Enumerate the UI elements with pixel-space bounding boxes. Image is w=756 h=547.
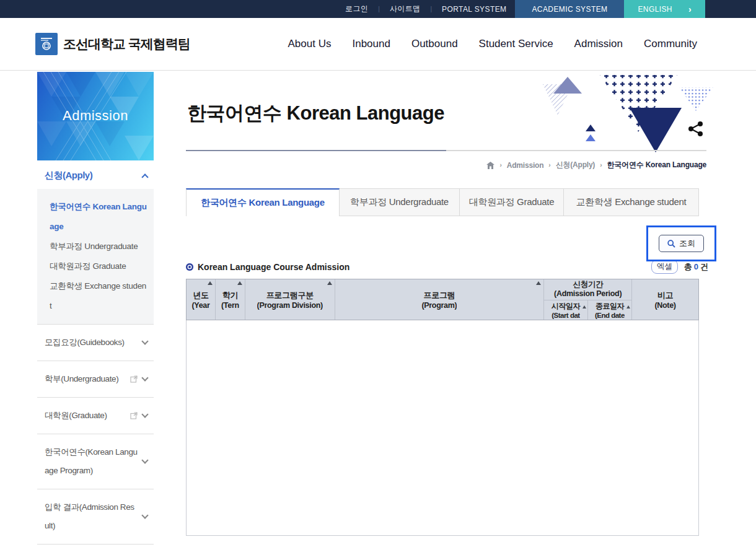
language-select-button[interactable]: ENGLISH › [624,0,705,18]
chevron-down-icon [141,374,148,381]
column-admission-period: 신청기간 (Admission Period) 시작일자 (Start dat … [544,279,632,320]
excel-export-button[interactable]: 엑셀 [651,260,678,274]
tab-korean-language[interactable]: 한국어연수 Korean Language [186,188,340,216]
column-label: 학기 [222,290,238,301]
breadcrumb-apply[interactable]: 신청(Apply) [556,160,596,170]
logo[interactable]: 조선대학교 국제협력팀 [35,33,190,55]
login-link[interactable]: 로그인 [345,4,368,14]
column-label: (End date [595,312,625,319]
university-emblem-icon [35,33,58,55]
sidebar-item-guidebooks[interactable]: 모집요강(Guidebooks) [37,324,154,361]
separator: | [378,6,380,12]
tab-exchange-student[interactable]: 교환학생 Exchange student [564,188,699,216]
title-divider [186,150,706,151]
sort-ascending-icon[interactable] [327,281,332,285]
submenu-graduate[interactable]: 대학원과정 Graduate [50,256,147,276]
sort-ascending-icon[interactable] [208,281,213,285]
submenu-exchange-student[interactable]: 교환학생 Exchange student [50,276,147,316]
chevron-down-icon [141,457,148,463]
column-label: (Program Division) [257,301,323,310]
search-highlight-box: 조회 [646,225,716,261]
tab-undergraduate[interactable]: 학부과정 Undergraduate [340,188,460,216]
sidebar-item-gks[interactable]: 정부초청장학생(GKS) [37,544,154,547]
column-label: 프로그램구분 [266,290,314,301]
submenu-undergraduate[interactable]: 학부과정 Undergraduate [50,237,147,256]
column-program-division: 프로그램구분 (Program Division) [245,279,335,320]
total-count: 총0건 [684,261,708,273]
sidebar-item-label: 모집요강(Guidebooks) [45,333,125,352]
sidebar-item-graduate[interactable]: 대학원(Graduate) [37,397,154,434]
page-body: Admission 신청(Apply) 한국어연수 Korean Languag… [0,71,756,546]
chevron-down-icon [141,411,148,418]
column-end-date: 종료일자 (End date [588,300,632,320]
table-body-empty [186,320,699,536]
nav-admission[interactable]: Admission [574,38,623,50]
apply-submenu: 한국어연수 Korean Language 학부과정 Undergraduate… [37,189,154,324]
sort-ascending-icon[interactable] [582,305,586,309]
admission-period-group-header: 신청기간 (Admission Period) [544,279,631,300]
sidebar-item-admission-result[interactable]: 입학 결과(Admission Result) [37,489,154,544]
sidebar-item-undergraduate[interactable]: 학부(Undergraduate) [37,361,154,397]
sidebar-item-label: 학부(Undergraduate) [45,370,118,388]
breadcrumb-admission[interactable]: Admission [507,161,544,170]
sidebar-item-label: 대학원(Graduate) [45,406,107,425]
chevron-up-icon [141,173,148,180]
nav-about-us[interactable]: About Us [288,38,332,50]
tab-bar: 한국어연수 Korean Language 학부과정 Undergraduate… [186,188,699,216]
sort-ascending-icon[interactable] [536,281,541,285]
column-start-date: 시작일자 (Start dat [544,300,588,320]
column-label: 비고 [657,290,673,301]
sidebar-item-label: 한국어연수(Korean Language Program) [45,443,138,480]
sidebar-section-apply[interactable]: 신청(Apply) [37,160,154,189]
nav-inbound[interactable]: Inbound [352,38,390,50]
logo-text: 조선대학교 국제협력팀 [63,35,190,53]
home-icon[interactable] [486,162,494,169]
portal-system-link[interactable]: PORTAL SYSTEM [442,5,506,14]
tab-graduate[interactable]: 대학원과정 Graduate [460,188,564,216]
separator: | [430,6,432,12]
topbar-spacer [705,0,756,18]
column-label: 시작일자 [552,301,580,312]
column-label: (Program) [421,301,457,310]
nav-outbound[interactable]: Outbound [411,38,458,50]
total-count-value: 0 [692,262,700,271]
section-title: Korean Language Course Admission [186,262,349,272]
academic-system-button[interactable]: ACADEMIC SYSTEM [515,0,624,18]
column-program: 프로그램 (Program) [335,279,545,320]
share-icon[interactable] [688,121,703,136]
chevron-down-icon [141,338,148,344]
column-label: (Start dat [552,312,579,319]
column-label: 신청기간 [573,280,603,289]
nav-student-service[interactable]: Student Service [479,38,553,50]
column-term: 학기 (Tern [216,279,245,320]
column-label: (Tern [221,301,239,310]
submenu-korean-language[interactable]: 한국어연수 Korean Language [50,197,147,237]
column-year: 년도 (Year [187,279,216,320]
breadcrumb: › Admission › 신청(Apply) › 한국어연수 Korean L… [186,151,706,170]
column-label: (Note) [654,301,675,310]
sidebar-item-korean-language-program[interactable]: 한국어연수(Korean Language Program) [37,434,154,489]
sidebar-banner-title: Admission [37,108,154,124]
nav-community[interactable]: Community [644,38,697,50]
toolbar: 조회 [186,216,716,257]
sitemap-link[interactable]: 사이트맵 [390,4,421,14]
breadcrumb-separator: › [548,162,550,168]
english-label: ENGLISH [638,5,672,14]
decorative-triangles [538,72,724,154]
sort-ascending-icon[interactable] [237,281,242,285]
admission-table: 년도 (Year 학기 (Tern 프로그램구분 (Program Divisi… [186,279,699,536]
column-label: (Admission Period) [554,289,622,299]
search-button-label: 조회 [679,238,695,249]
section-row: Korean Language Course Admission 엑셀 총0건 [186,260,708,274]
chevron-right-icon: › [688,4,692,14]
apply-label: 신청(Apply) [45,170,92,182]
external-link-icon [130,412,138,419]
sidebar: Admission 신청(Apply) 한국어연수 Korean Languag… [37,72,154,547]
sort-ascending-icon[interactable] [626,305,630,309]
total-suffix: 건 [700,262,708,271]
section-bullet-icon [186,263,193,271]
sidebar-item-label: 입학 결과(Admission Result) [45,498,138,535]
search-button[interactable]: 조회 [659,235,704,252]
column-note: 비고 (Note) [632,279,698,320]
external-link-icon [130,375,138,383]
